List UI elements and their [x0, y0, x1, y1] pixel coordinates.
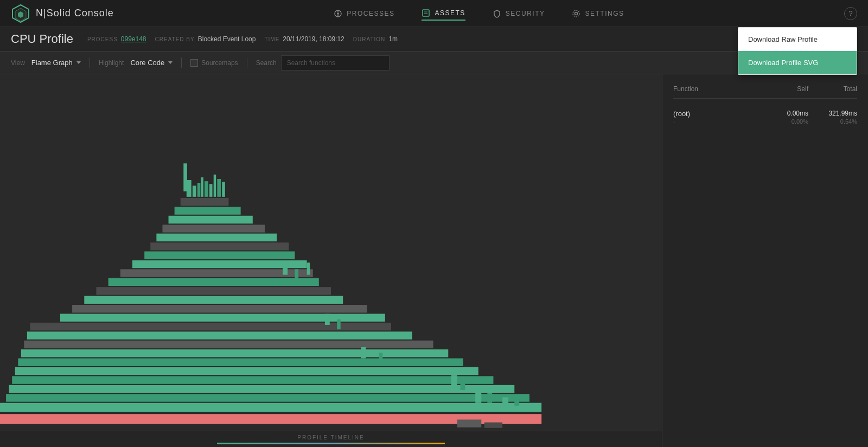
profile-timeline: PROFILE TIMELINE — [0, 431, 662, 447]
flame-graph[interactable] — [0, 74, 662, 431]
svg-rect-53 — [451, 375, 457, 389]
nav-settings-label: SETTINGS — [585, 10, 624, 17]
svg-rect-19 — [21, 349, 448, 357]
svg-rect-45 — [222, 182, 225, 197]
svg-point-11 — [573, 10, 579, 17]
nav-security-label: SECURITY — [506, 10, 545, 17]
svg-rect-18 — [18, 359, 463, 366]
nav-right: ? — [844, 7, 857, 20]
svg-rect-16 — [12, 376, 493, 384]
svg-rect-56 — [487, 393, 492, 403]
svg-rect-57 — [502, 397, 508, 405]
logo-icon — [11, 4, 30, 23]
svg-rect-35 — [175, 207, 241, 214]
total-pct: 0.54% — [808, 118, 857, 125]
svg-rect-17 — [15, 367, 478, 375]
self-area: 0.00ms 0.00% — [760, 110, 808, 125]
self-ms: 0.00ms — [760, 110, 808, 117]
logo-text: N|Solid Console — [36, 8, 114, 19]
meta-time: TIME 20/11/2019, 18:09:12 — [264, 35, 344, 43]
search-input[interactable] — [281, 55, 390, 71]
svg-rect-55 — [475, 392, 481, 403]
meta-process: PROCESS 099e148 — [87, 35, 146, 43]
svg-point-4 — [337, 12, 339, 15]
assets-icon — [422, 9, 430, 17]
created-label: CREATED BY — [155, 36, 195, 42]
toolbar-divider-3 — [247, 58, 247, 68]
svg-rect-23 — [60, 314, 385, 321]
main-content: PROFILE TIMELINE Function Self Total (ro… — [0, 74, 868, 447]
total-ms: 321.99ms — [808, 110, 857, 117]
svg-rect-7 — [423, 10, 429, 16]
duration-value: 1m — [388, 35, 398, 43]
svg-rect-30 — [144, 251, 295, 259]
timeline-bar — [217, 443, 445, 444]
svg-rect-25 — [84, 296, 343, 304]
nav-assets-label: ASSETS — [435, 9, 465, 17]
nav-processes[interactable]: PROCESSES — [334, 7, 394, 20]
svg-rect-47 — [295, 269, 298, 279]
svg-rect-51 — [361, 347, 366, 359]
svg-rect-42 — [209, 184, 213, 197]
flame-area: PROFILE TIMELINE — [0, 74, 662, 447]
logo-area: N|Solid Console — [11, 4, 114, 23]
svg-rect-54 — [460, 378, 465, 390]
dropdown-profile-svg[interactable]: Download Profile SVG — [738, 51, 857, 74]
highlight-select[interactable]: Core Code — [130, 59, 173, 67]
highlight-label: Highlight — [99, 59, 124, 67]
svg-rect-61 — [183, 163, 187, 191]
svg-rect-21 — [27, 331, 412, 339]
svg-rect-58 — [514, 399, 519, 405]
svg-rect-20 — [24, 341, 433, 348]
highlight-value: Core Code — [130, 59, 164, 67]
view-select[interactable]: Flame Graph — [31, 59, 81, 67]
svg-rect-14 — [6, 394, 529, 401]
nav-security[interactable]: SECURITY — [493, 7, 545, 20]
col-self: Self — [760, 85, 808, 93]
svg-rect-15 — [9, 385, 515, 393]
svg-rect-38 — [193, 186, 196, 197]
svg-rect-33 — [162, 225, 265, 232]
table-row[interactable]: (root) - 0.00ms 0.00% 321.99ms 0.54% — [673, 104, 857, 131]
svg-rect-46 — [283, 264, 288, 275]
svg-rect-37 — [187, 180, 192, 197]
process-label: PROCESS — [87, 36, 118, 42]
svg-rect-48 — [307, 263, 310, 275]
svg-rect-31 — [150, 242, 289, 250]
help-button[interactable]: ? — [844, 7, 857, 20]
func-main: (root) — [673, 110, 760, 118]
page-title: CPU Profile — [11, 32, 73, 46]
view-chevron-icon — [76, 61, 81, 64]
svg-rect-59 — [457, 419, 481, 427]
svg-rect-39 — [197, 183, 201, 197]
svg-rect-29 — [132, 260, 307, 268]
col-function: Function — [673, 85, 760, 93]
svg-rect-49 — [325, 314, 330, 325]
svg-rect-41 — [205, 181, 208, 197]
svg-rect-36 — [181, 198, 229, 206]
svg-rect-52 — [379, 353, 383, 362]
timeline-label: PROFILE TIMELINE — [297, 435, 365, 440]
nav-assets[interactable]: ASSETS — [422, 7, 465, 21]
processes-icon — [334, 9, 342, 18]
duration-label: DURATION — [353, 36, 385, 42]
created-value: Blocked Event Loop — [198, 35, 256, 43]
toolbar-divider-1 — [90, 58, 90, 68]
col-total: Total — [808, 85, 857, 93]
sourcemaps-area: Sourcemaps — [190, 59, 238, 67]
search-label: Search — [256, 59, 277, 67]
toolbar-divider-2 — [181, 58, 182, 68]
dropdown-menu: Download Raw Profile Download Profile SV… — [738, 27, 857, 75]
flame-svg — [0, 74, 662, 431]
time-label: TIME — [264, 36, 279, 42]
func-name-area: (root) - — [673, 110, 760, 125]
dropdown-raw-profile[interactable]: Download Raw Profile — [738, 28, 857, 51]
svg-rect-27 — [108, 278, 319, 286]
sourcemaps-checkbox[interactable] — [190, 59, 198, 67]
self-pct: 0.00% — [760, 118, 808, 125]
svg-rect-50 — [337, 320, 341, 329]
svg-rect-13 — [0, 403, 541, 412]
nav-settings[interactable]: SETTINGS — [572, 7, 624, 20]
svg-rect-26 — [96, 287, 331, 295]
right-panel: Function Self Total (root) - 0.00ms 0.00… — [662, 74, 868, 447]
